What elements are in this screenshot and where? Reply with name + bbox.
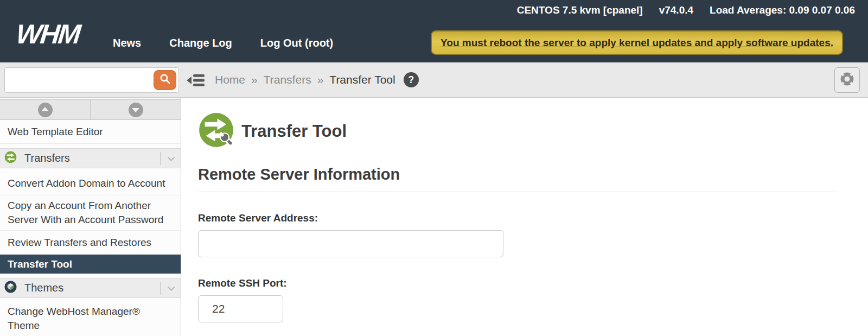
help-icon[interactable]: ? [404,72,419,87]
breadcrumb: Home » Transfers » Transfer Tool ? [215,62,419,97]
sidebar-section-transfers[interactable]: Transfers [0,148,181,168]
sidebar-section-themes[interactable]: Themes [0,278,181,298]
main-content: Transfer Tool Remote Server Information … [181,98,868,336]
section-divider [160,152,161,165]
sidebar-item-change-whm-theme[interactable]: Change WebHost Manager® Theme [0,301,181,336]
sidebar-scroll-down-button[interactable] [90,100,181,119]
breadcrumb-separator: » [251,73,258,86]
sidebar-section-label: Transfers [24,152,160,164]
nav-news-link[interactable]: News [113,37,141,49]
sidebar-item-convert-addon-domain[interactable]: Convert Addon Domain to Account [0,172,181,195]
load-averages-label: Load Averages: 0.09 0.07 0.06 [710,4,855,16]
chevron-down-icon [167,152,175,164]
system-info-bar: CENTOS 7.5 kvm [cpanel] v74.0.4 Load Ave… [517,4,855,16]
search-box [4,67,179,93]
sidebar-item-label: Transfer Tool [8,257,72,271]
top-navigation: News Change Log Log Out (root) [113,37,333,49]
page-title: Transfer Tool [241,122,347,141]
section-divider [160,282,161,295]
search-icon [159,73,171,87]
sidebar-item-review-transfers[interactable]: Review Transfers and Restores [0,231,181,255]
themes-icon [4,281,17,296]
sidebar-item-web-template-editor[interactable]: Web Template Editor [0,120,181,144]
remote-server-address-label: Remote Server Address: [198,212,835,224]
sidebar-item-label: Copy an Account From Another Server With… [8,199,170,227]
support-button[interactable] [834,67,860,93]
breadcrumb-bar: Home » Transfers » Transfer Tool ? [0,62,868,98]
sidebar-item-label: Review Transfers and Restores [8,236,151,250]
scroll-up-icon [38,103,53,117]
remote-ssh-port-label: Remote SSH Port: [198,277,835,289]
search-button[interactable] [154,70,176,90]
whm-logo[interactable]: WHM [15,21,80,48]
remote-ssh-port-input[interactable] [198,295,283,322]
search-input[interactable] [5,68,178,92]
version-label: v74.0.4 [659,4,693,16]
breadcrumb-current-page: Transfer Tool [329,73,395,86]
life-ring-icon [839,71,856,90]
nav-logout-link[interactable]: Log Out (root) [260,37,333,49]
chevron-down-icon [167,282,175,294]
sidebar-item-label: Web Template Editor [8,125,103,139]
collapse-sidebar-button[interactable] [187,73,206,90]
transfers-icon [4,151,17,166]
header: CENTOS 7.5 kvm [cpanel] v74.0.4 Load Ave… [0,0,868,62]
reboot-alert-banner[interactable]: You must reboot the server to apply kern… [431,30,843,55]
transfer-tool-icon [198,112,234,150]
sidebar-item-transfer-tool[interactable]: Transfer Tool [0,255,181,274]
collapse-sidebar-icon [187,80,206,90]
scroll-down-icon [129,103,143,117]
breadcrumb-separator: » [317,73,324,86]
breadcrumb-transfers-link[interactable]: Transfers [264,73,311,86]
sidebar-scroll-up-button[interactable] [0,100,90,119]
sidebar-item-copy-account[interactable]: Copy an Account From Another Server With… [0,195,181,231]
sidebar-item-label: Change WebHost Manager® Theme [8,305,173,333]
section-title: Remote Server Information [198,166,835,192]
system-os-label: CENTOS 7.5 kvm [cpanel] [517,4,643,16]
sidebar-item-label: Convert Addon Domain to Account [8,176,165,191]
nav-changelog-link[interactable]: Change Log [169,37,232,49]
remote-server-address-input[interactable] [198,230,503,257]
sidebar: Web Template Editor Transfers Convert Ad… [0,98,181,336]
sidebar-scroll-controls [0,99,181,120]
sidebar-section-label: Themes [24,282,160,294]
breadcrumb-home-link[interactable]: Home [215,73,245,86]
